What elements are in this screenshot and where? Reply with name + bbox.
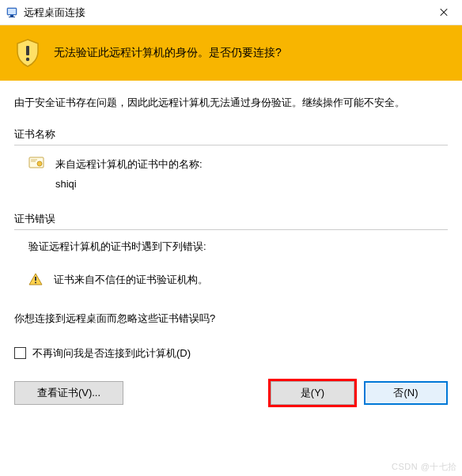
- cert-errors-title: 证书错误: [14, 212, 448, 226]
- cert-name-label: 来自远程计算机的证书中的名称:: [55, 155, 203, 175]
- no-button[interactable]: 否(N): [364, 381, 448, 405]
- warning-triangle-icon: [28, 273, 43, 288]
- certificate-icon: [28, 157, 44, 172]
- cert-error-item: 证书来自不信任的证书验证机构。: [54, 273, 208, 287]
- window-title: 远程桌面连接: [24, 6, 426, 20]
- warning-banner: 无法验证此远程计算机的身份。是否仍要连接?: [0, 25, 462, 81]
- app-icon: [6, 6, 19, 19]
- dont-ask-checkbox-row[interactable]: 不再询问我是否连接到此计算机(D): [0, 346, 462, 361]
- shield-warning-icon: [14, 38, 41, 68]
- svg-rect-2: [10, 15, 13, 17]
- warning-message: 无法验证此远程计算机的身份。是否仍要连接?: [54, 46, 282, 60]
- checkbox[interactable]: [14, 347, 26, 359]
- button-row: 查看证书(V)... 是(Y) 否(N): [0, 381, 462, 405]
- svg-rect-3: [9, 17, 15, 17]
- yes-button[interactable]: 是(Y): [271, 381, 354, 405]
- divider: [14, 229, 448, 230]
- checkbox-label: 不再询问我是否连接到此计算机(D): [32, 346, 191, 361]
- cert-name-title: 证书名称: [14, 127, 448, 142]
- cert-name-section: 证书名称 来自远程计算机的证书中的名称: shiqi: [14, 127, 448, 194]
- cert-name-value: shiqi: [55, 175, 203, 195]
- svg-rect-10: [35, 277, 36, 281]
- view-certificate-button[interactable]: 查看证书(V)...: [14, 381, 123, 405]
- divider: [14, 145, 448, 145]
- titlebar: 远程桌面连接: [0, 0, 462, 25]
- close-button[interactable]: [426, 0, 462, 25]
- watermark: CSDN @十七拾: [392, 461, 457, 473]
- svg-point-7: [37, 161, 42, 166]
- cert-errors-intro: 验证远程计算机的证书时遇到下列错误:: [14, 240, 448, 254]
- svg-point-11: [35, 281, 36, 283]
- svg-rect-4: [26, 46, 29, 55]
- body-description: 由于安全证书存在问题，因此此远程计算机无法通过身份验证。继续操作可能不安全。: [14, 93, 448, 111]
- svg-point-5: [26, 58, 29, 61]
- confirm-question: 你想连接到远程桌面而忽略这些证书错误吗?: [0, 312, 462, 326]
- cert-errors-section: 证书错误 验证远程计算机的证书时遇到下列错误: 证书来自不信任的证书验证机构。: [14, 212, 448, 288]
- close-icon: [439, 8, 449, 17]
- svg-rect-1: [8, 9, 16, 14]
